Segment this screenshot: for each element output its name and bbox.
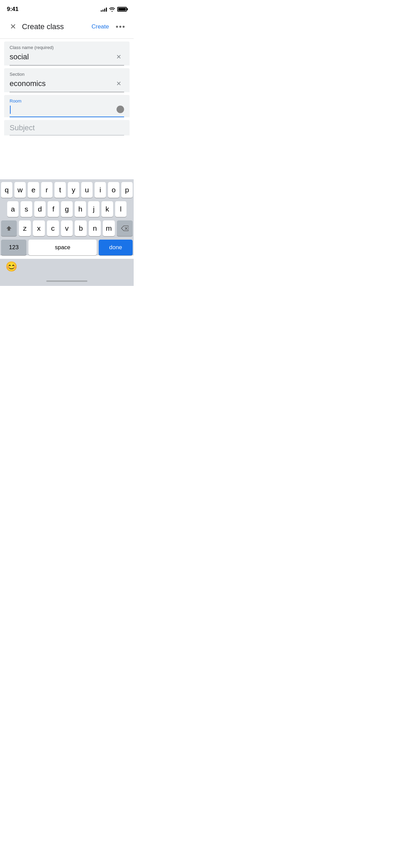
text-cursor [10, 106, 11, 114]
num-key[interactable]: 123 [1, 240, 26, 255]
key-w[interactable]: w [14, 182, 26, 198]
key-l[interactable]: l [115, 201, 126, 217]
key-b[interactable]: b [75, 220, 87, 236]
space-key[interactable]: space [28, 240, 96, 255]
key-e[interactable]: e [28, 182, 39, 198]
keyboard-row-4: 123 space done [1, 240, 133, 255]
class-name-row: social ✕ [10, 51, 124, 65]
subject-field[interactable]: Subject [4, 120, 130, 135]
section-row: economics ✕ [10, 78, 124, 92]
key-v[interactable]: v [61, 220, 73, 236]
header-right: Create ••• [90, 19, 128, 34]
backspace-key[interactable] [117, 220, 133, 236]
section-label: Section [10, 72, 124, 77]
keyboard-row-2: a s d f g h j k l [1, 201, 133, 217]
keyboard-row-3: z x c v b n m [1, 220, 133, 236]
section-clear-button[interactable]: ✕ [113, 78, 124, 89]
key-j[interactable]: j [88, 201, 99, 217]
status-time: 9:41 [7, 6, 19, 13]
home-bar-area [0, 278, 134, 286]
room-field[interactable]: Room [4, 95, 130, 117]
key-r[interactable]: r [41, 182, 52, 198]
bottom-bar: 😊 [0, 259, 134, 278]
form-area: Class name (required) social ✕ Section e… [0, 41, 134, 135]
key-c[interactable]: c [47, 220, 59, 236]
status-icons [101, 7, 127, 12]
room-circle-icon [117, 106, 124, 113]
room-value [10, 105, 114, 114]
section-value: economics [10, 79, 113, 88]
key-s[interactable]: s [21, 201, 32, 217]
key-a[interactable]: a [7, 201, 19, 217]
subject-placeholder: Subject [10, 123, 35, 132]
key-u[interactable]: u [81, 182, 93, 198]
key-n[interactable]: n [89, 220, 101, 236]
more-button[interactable]: ••• [113, 19, 128, 34]
signal-icon [101, 7, 107, 12]
done-key[interactable]: done [99, 240, 133, 255]
keyboard-row-1: q w e r t y u i o p [1, 182, 133, 198]
header-left: ✕ Create class [5, 19, 64, 34]
key-d[interactable]: d [34, 201, 46, 217]
key-g[interactable]: g [61, 201, 72, 217]
close-button[interactable]: ✕ [5, 19, 21, 34]
key-i[interactable]: i [95, 182, 106, 198]
create-button[interactable]: Create [90, 21, 110, 33]
white-space [0, 138, 134, 179]
subject-row: Subject [10, 123, 124, 135]
header: ✕ Create class Create ••• [0, 16, 134, 39]
class-name-label: Class name (required) [10, 45, 124, 50]
page-title: Create class [22, 22, 64, 31]
key-x[interactable]: x [33, 220, 45, 236]
key-f[interactable]: f [48, 201, 59, 217]
emoji-button[interactable]: 😊 [5, 261, 17, 272]
room-label: Room [10, 98, 124, 104]
class-name-clear-button[interactable]: ✕ [113, 51, 124, 62]
home-indicator [46, 280, 87, 282]
status-bar: 9:41 [0, 0, 134, 16]
key-o[interactable]: o [108, 182, 119, 198]
key-z[interactable]: z [19, 220, 31, 236]
section-field[interactable]: Section economics ✕ [4, 68, 130, 92]
key-t[interactable]: t [54, 182, 66, 198]
key-q[interactable]: q [1, 182, 12, 198]
shift-key[interactable] [1, 220, 17, 236]
class-name-value: social [10, 52, 113, 61]
wifi-icon [109, 7, 115, 12]
key-m[interactable]: m [103, 220, 115, 236]
more-icon: ••• [116, 22, 125, 31]
key-k[interactable]: k [101, 201, 113, 217]
key-h[interactable]: h [75, 201, 86, 217]
room-row [10, 105, 124, 117]
keyboard[interactable]: q w e r t y u i o p a s d f g h j k l z … [0, 179, 134, 255]
close-icon: ✕ [10, 23, 16, 31]
class-name-field[interactable]: Class name (required) social ✕ [4, 41, 130, 65]
battery-icon [117, 7, 127, 12]
key-y[interactable]: y [68, 182, 79, 198]
key-p[interactable]: p [121, 182, 133, 198]
